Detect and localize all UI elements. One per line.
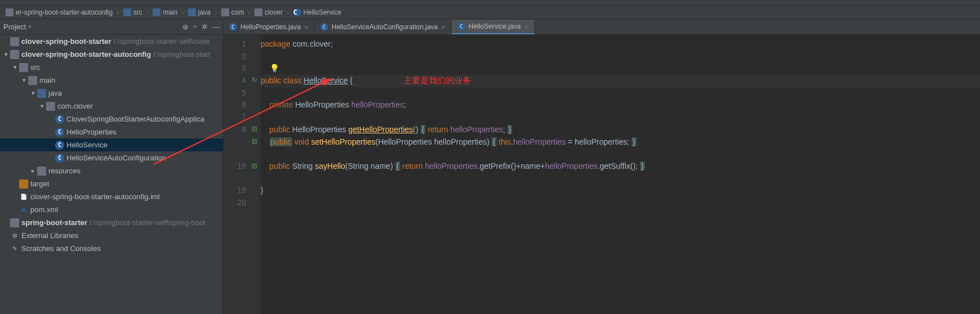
- main-toolbar[interactable]: [0, 0, 980, 6]
- tree-label: java: [48, 89, 62, 97]
- collapse-icon[interactable]: ⊟: [252, 124, 257, 134]
- tree-row[interactable]: target: [0, 177, 223, 190]
- tree-label: clover-spring-boot-starter-autoconfig.im…: [30, 192, 160, 201]
- tree-row[interactable]: src: [0, 61, 223, 74]
- tree-row[interactable]: resources: [0, 164, 223, 177]
- tree-row[interactable]: java: [0, 87, 223, 100]
- folder-icon: [153, 8, 160, 16]
- line-number: 3: [223, 62, 246, 75]
- tree-label: target: [30, 180, 49, 188]
- chevron-down-icon: ▾: [28, 23, 32, 30]
- folder-icon: [188, 8, 196, 16]
- project-tree[interactable]: clover-spring-boot-starterI:\springboot-…: [0, 35, 223, 314]
- class-icon: C: [55, 141, 64, 150]
- tree-label: HelloProperties: [66, 128, 117, 136]
- project-panel-title[interactable]: Project ▾: [3, 23, 182, 31]
- tree-label: resources: [48, 167, 80, 175]
- tree-row[interactable]: 📄clover-spring-boot-starter-autoconfig.i…: [0, 190, 223, 203]
- tree-row[interactable]: com.clover: [0, 100, 223, 113]
- chevron-right-icon: ›: [287, 8, 289, 17]
- crumb-com[interactable]: com: [218, 8, 248, 16]
- line-number: 6: [223, 99, 246, 111]
- crumb-class[interactable]: CHelloService: [290, 8, 344, 16]
- crumb-main[interactable]: main: [149, 8, 181, 16]
- folder-icon: [46, 102, 55, 111]
- close-icon[interactable]: ×: [441, 23, 446, 32]
- class-icon: C: [55, 128, 64, 137]
- folder-icon: [28, 76, 37, 85]
- folder-icon: [221, 8, 229, 16]
- split-icon[interactable]: ÷: [193, 23, 197, 31]
- class-icon: C: [55, 115, 64, 124]
- locate-icon[interactable]: ⊕: [182, 23, 189, 31]
- main-split: Project ▾ ⊕ ÷ ✲ — clover-spring-boot-sta…: [0, 19, 980, 314]
- line-number: [223, 173, 246, 185]
- tree-arrow-icon[interactable]: [38, 102, 46, 110]
- intention-bulb-icon[interactable]: 💡: [270, 64, 279, 73]
- tree-label: main: [39, 76, 55, 84]
- collapse-icon[interactable]: —: [212, 23, 220, 31]
- gutter[interactable]: 1 2 3 4↻ 5 6 7 8⊟ ⊟ 16⊟ 19 20: [223, 35, 261, 314]
- tree-hint: I:\springboot-starter-self\clove: [114, 37, 210, 46]
- tree-arrow-icon[interactable]: [29, 167, 37, 174]
- editor-area: CHelloProperties.java× CHelloServiceAuto…: [223, 19, 980, 314]
- class-icon: C: [55, 154, 64, 163]
- tree-row[interactable]: ⊞External Libraries: [0, 229, 223, 242]
- chevron-right-icon: ›: [214, 8, 217, 17]
- crumb-java[interactable]: java: [185, 8, 214, 16]
- tree-row[interactable]: clover-spring-boot-starterI:\springboot-…: [0, 35, 223, 48]
- tree-label: External Libraries: [21, 231, 78, 240]
- close-icon[interactable]: ×: [304, 23, 308, 32]
- chevron-right-icon: ›: [146, 8, 149, 17]
- iml-icon: 📄: [19, 192, 28, 201]
- line-number: 7: [223, 111, 246, 124]
- tab-helloservice[interactable]: CHelloService.java×: [451, 20, 534, 34]
- gutter-recursive-icon[interactable]: ↻: [252, 75, 257, 86]
- line-number: 4↻: [223, 75, 246, 87]
- tree-row[interactable]: mpom.xml: [0, 203, 223, 216]
- folder-icon: [10, 218, 19, 227]
- tree-row[interactable]: main: [0, 74, 223, 87]
- tab-helloproperties[interactable]: CHelloProperties.java×: [223, 20, 315, 34]
- tree-row[interactable]: spring-boot-starterI:\springboot-starter…: [0, 216, 223, 229]
- tree-arrow-icon[interactable]: [29, 89, 37, 97]
- tree-row-selected[interactable]: CHelloService: [0, 138, 223, 151]
- tab-helloserviceautoconfig[interactable]: CHelloServiceAutoConfiguration.java×: [315, 20, 451, 34]
- tree-row[interactable]: CCloverSpringBootStarterAutoconfigApplic…: [0, 113, 223, 125]
- tree-arrow-icon[interactable]: [20, 77, 28, 84]
- code-area[interactable]: 1 2 3 4↻ 5 6 7 8⊟ ⊟ 16⊟ 19 20 package co…: [223, 35, 980, 314]
- crumb-src[interactable]: src: [120, 8, 146, 16]
- line-number: 5: [223, 87, 246, 100]
- tree-label: HelloService: [66, 141, 108, 149]
- gear-icon[interactable]: ✲: [202, 23, 208, 31]
- collapse-icon[interactable]: ⊟: [252, 136, 257, 147]
- folder-icon: [37, 167, 46, 176]
- close-icon[interactable]: ×: [524, 23, 529, 31]
- project-panel-header: Project ▾ ⊕ ÷ ✲ —: [0, 19, 223, 35]
- collapse-icon[interactable]: ⊟: [252, 161, 257, 172]
- tree-label: src: [30, 63, 40, 71]
- tree-row[interactable]: CHelloServiceAutoConfiguration: [0, 151, 223, 164]
- breadcrumb: er-spring-boot-starter-autoconfig› src› …: [0, 6, 980, 19]
- folder-blue-icon: [37, 89, 46, 98]
- crumb-clover[interactable]: clover: [251, 8, 286, 16]
- tree-label: Scratches and Consoles: [21, 244, 101, 253]
- line-number: 19: [223, 185, 246, 197]
- tree-arrow-icon[interactable]: [2, 51, 10, 58]
- tree-row[interactable]: ✎Scratches and Consoles: [0, 242, 223, 255]
- chevron-right-icon: ›: [181, 8, 184, 17]
- crumb-module[interactable]: er-spring-boot-starter-autoconfig: [2, 8, 116, 16]
- tree-arrow-icon[interactable]: [11, 64, 19, 71]
- chevron-right-icon: ›: [248, 8, 250, 17]
- project-panel: Project ▾ ⊕ ÷ ✲ — clover-spring-boot-sta…: [0, 19, 223, 314]
- tab-label: HelloProperties.java: [240, 23, 301, 31]
- class-icon: C: [320, 23, 328, 31]
- code-editor[interactable]: package com.clover; 💡 public class Hello…: [261, 35, 980, 314]
- folder-icon: [19, 63, 28, 72]
- line-number: [223, 148, 246, 160]
- tree-row[interactable]: CHelloProperties: [0, 125, 223, 138]
- tree-label: HelloServiceAutoConfiguration: [66, 154, 166, 162]
- tree-hint: I:\springboot-start: [153, 50, 210, 59]
- line-number: 20: [223, 197, 246, 209]
- tree-row[interactable]: clover-spring-boot-starter-autoconfigI:\…: [0, 48, 223, 61]
